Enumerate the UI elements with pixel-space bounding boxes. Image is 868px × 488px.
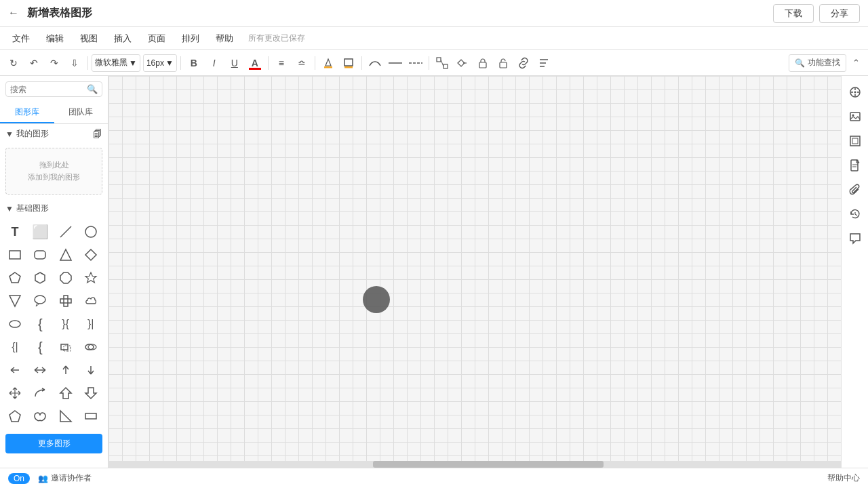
- shape-circle[interactable]: [80, 221, 102, 243]
- shape-cloud[interactable]: [80, 290, 102, 312]
- attach-button[interactable]: [844, 179, 866, 201]
- straight-line-button[interactable]: [386, 54, 405, 72]
- shape-sticky-note[interactable]: ⬜: [29, 221, 51, 243]
- canvas-area[interactable]: [108, 76, 841, 468]
- shape-star[interactable]: [80, 267, 102, 289]
- shape-cross[interactable]: [55, 290, 77, 312]
- shape-hexagon[interactable]: [29, 267, 51, 289]
- font-color-button[interactable]: A: [245, 54, 264, 72]
- connect-button[interactable]: [433, 54, 452, 72]
- menu-page[interactable]: 页面: [141, 30, 172, 47]
- shape-down-triangle[interactable]: [4, 290, 26, 312]
- shape-callout[interactable]: [29, 290, 51, 312]
- invite-collaborator-button[interactable]: 👥 邀请协作者: [38, 472, 92, 484]
- list-button[interactable]: ≏: [292, 54, 311, 72]
- svg-marker-31: [85, 388, 96, 399]
- shape-rectangle[interactable]: [4, 244, 26, 266]
- comment-button[interactable]: [844, 228, 866, 249]
- share-button[interactable]: 分享: [819, 4, 860, 23]
- curved-line-button[interactable]: [366, 54, 384, 72]
- align-button[interactable]: ≡: [272, 54, 291, 72]
- svg-rect-5: [437, 58, 441, 62]
- shape-arrow-up[interactable]: [55, 359, 77, 381]
- my-shapes-header[interactable]: ▼ 我的图形 🗐: [0, 124, 108, 144]
- basic-shapes-header[interactable]: ▼ 基础图形: [0, 199, 108, 218]
- sidebar-search-container[interactable]: 🔍: [5, 81, 102, 97]
- waypoint-button[interactable]: [453, 54, 472, 72]
- shape-arrow-double[interactable]: [29, 359, 51, 381]
- search-input[interactable]: [10, 85, 87, 94]
- shape-arrow-left[interactable]: [4, 359, 26, 381]
- menu-help[interactable]: 帮助: [209, 30, 240, 47]
- tab-shapes-library[interactable]: 图形库: [0, 102, 54, 123]
- shape-pentagon[interactable]: [4, 267, 26, 289]
- help-center-button[interactable]: 帮助中心: [827, 472, 860, 484]
- horizontal-scrollbar[interactable]: [108, 461, 841, 468]
- undo-button[interactable]: ↶: [24, 54, 43, 72]
- shape-oval2[interactable]: [80, 336, 102, 358]
- menu-edit[interactable]: 编辑: [39, 30, 71, 47]
- function-search[interactable]: 🔍 功能查找: [789, 54, 846, 72]
- refresh-button[interactable]: ↻: [4, 54, 23, 72]
- shape-brace2[interactable]: {: [29, 336, 51, 358]
- unlock-button[interactable]: [494, 54, 513, 72]
- collapse-toolbar-button[interactable]: ⌃: [848, 54, 864, 72]
- shape-oval[interactable]: [4, 313, 26, 335]
- svg-rect-0: [324, 66, 332, 68]
- on-badge[interactable]: On: [8, 473, 30, 484]
- shape-triangle[interactable]: [55, 244, 77, 266]
- link-button[interactable]: [514, 54, 533, 72]
- shape-extra-3[interactable]: [55, 405, 77, 427]
- shape-arrow-up2[interactable]: [55, 382, 77, 404]
- tab-team-library[interactable]: 团队库: [54, 102, 108, 123]
- shape-extra-1[interactable]: [4, 405, 26, 427]
- shape-brace-left[interactable]: {: [29, 313, 51, 335]
- shape-arrow-down2[interactable]: [80, 382, 102, 404]
- more-shapes-button[interactable]: 更多图形: [5, 434, 102, 453]
- shape-extra-2[interactable]: [29, 405, 51, 427]
- italic-button[interactable]: I: [205, 54, 224, 72]
- format-button[interactable]: [534, 54, 553, 72]
- font-size-dropdown[interactable]: 16px ▼: [143, 54, 177, 72]
- menu-insert[interactable]: 插入: [107, 30, 138, 47]
- compass-button[interactable]: [844, 81, 866, 103]
- image-button[interactable]: [844, 106, 866, 127]
- shape-rounded-rect[interactable]: [29, 244, 51, 266]
- history-button[interactable]: [844, 203, 866, 225]
- shape-arrow-curve[interactable]: [29, 382, 51, 404]
- stroke-color-button[interactable]: [339, 54, 358, 72]
- shape-arrow-down[interactable]: [80, 359, 102, 381]
- shape-diamond[interactable]: [80, 244, 102, 266]
- scrollbar-thumb[interactable]: [373, 461, 604, 468]
- title-right: 下载 分享: [773, 4, 860, 23]
- menu-view[interactable]: 视图: [73, 30, 104, 47]
- redo-button[interactable]: ↷: [45, 54, 64, 72]
- shape-bracket[interactable]: }|: [80, 313, 102, 335]
- underline-button[interactable]: U: [225, 54, 244, 72]
- bold-button[interactable]: B: [184, 54, 203, 72]
- lock-button[interactable]: [473, 54, 492, 72]
- font-family-dropdown[interactable]: 微软雅黑 ▼: [92, 54, 140, 72]
- shape-line[interactable]: [55, 221, 77, 243]
- sidebar: 🔍 图形库 团队库 ▼ 我的图形 🗐 拖到此处 添加到我的图形 ▼ 基础图形 T…: [0, 76, 108, 468]
- frame-button[interactable]: [844, 130, 866, 152]
- clear-button[interactable]: ⇩: [65, 54, 84, 72]
- shape-rect-wide[interactable]: [80, 405, 102, 427]
- shape-octagon[interactable]: [55, 267, 77, 289]
- download-button[interactable]: 下载: [773, 4, 814, 23]
- svg-rect-9: [500, 62, 507, 68]
- menu-file[interactable]: 文件: [5, 30, 37, 47]
- shape-text[interactable]: T: [4, 221, 26, 243]
- back-button[interactable]: ←: [8, 7, 22, 20]
- shape-rect2[interactable]: [55, 336, 77, 358]
- shape-brace-mid[interactable]: }{: [55, 313, 77, 335]
- shape-bracket-right[interactable]: {|: [4, 336, 26, 358]
- document-button[interactable]: [844, 155, 866, 176]
- menu-arrange[interactable]: 排列: [175, 30, 206, 47]
- fill-color-button[interactable]: [319, 54, 338, 72]
- my-shapes-add-icon[interactable]: 🗐: [93, 129, 102, 140]
- shape-arrow-quad[interactable]: [4, 382, 26, 404]
- svg-point-21: [35, 296, 45, 304]
- dashed-line-button[interactable]: [406, 54, 425, 72]
- curved-line-icon: [369, 60, 381, 66]
